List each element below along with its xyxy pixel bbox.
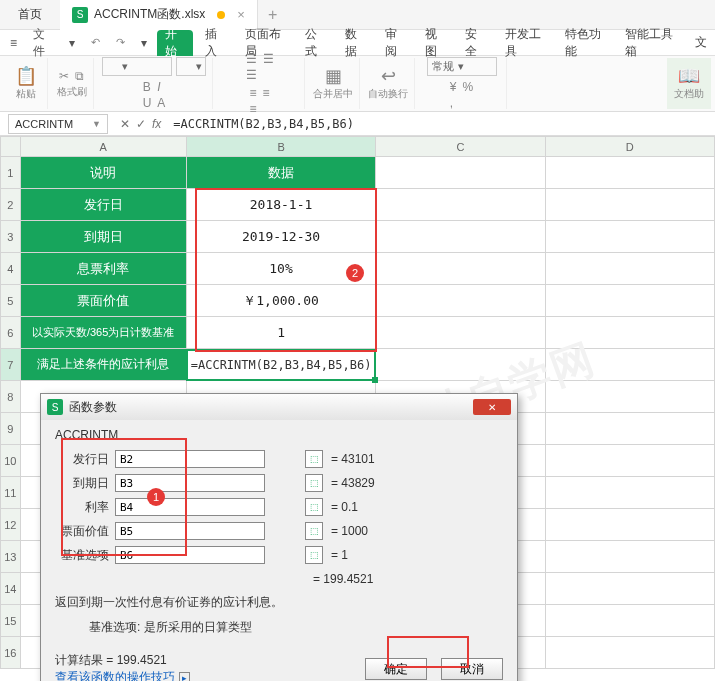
tab-current-file[interactable]: S ACCRINTM函数.xlsx × bbox=[60, 0, 258, 30]
cell[interactable] bbox=[376, 253, 545, 285]
ribbon-tab-review[interactable]: 审阅 bbox=[377, 30, 413, 56]
ribbon-tab-dev[interactable]: 开发工具 bbox=[497, 30, 553, 56]
row-header[interactable]: 10 bbox=[1, 445, 21, 477]
cell[interactable] bbox=[545, 157, 714, 189]
ribbon-tab-insert[interactable]: 插入 bbox=[197, 30, 233, 56]
arg-input-maturity[interactable] bbox=[115, 474, 265, 492]
qat-caret-icon[interactable]: ▾ bbox=[135, 36, 153, 50]
undo-button[interactable]: ↶ bbox=[85, 36, 106, 49]
paste-group[interactable]: 📋粘贴 bbox=[4, 58, 48, 109]
active-cell[interactable]: =ACCRINTM(B2,B3,B4,B5,B6) bbox=[186, 349, 376, 381]
col-header-B[interactable]: B bbox=[186, 137, 376, 157]
range-picker-button[interactable]: ⬚ bbox=[305, 546, 323, 564]
align-center-icon[interactable]: ≡ bbox=[263, 86, 270, 100]
cell[interactable]: 说明 bbox=[20, 157, 186, 189]
cell[interactable] bbox=[545, 381, 714, 413]
align-left-icon[interactable]: ≡ bbox=[249, 86, 256, 100]
row-header[interactable]: 3 bbox=[1, 221, 21, 253]
row-header[interactable]: 2 bbox=[1, 189, 21, 221]
accept-formula-button[interactable]: ✓ bbox=[136, 117, 146, 131]
format-painter-button[interactable]: 格式刷 bbox=[57, 85, 87, 99]
row-header[interactable]: 13 bbox=[1, 541, 21, 573]
select-all-corner[interactable] bbox=[1, 137, 21, 157]
ribbon-tab-security[interactable]: 安全 bbox=[457, 30, 493, 56]
cell[interactable] bbox=[545, 221, 714, 253]
help-link[interactable]: 查看该函数的操作技巧▸ bbox=[55, 669, 190, 681]
arg-input-issue[interactable] bbox=[115, 450, 265, 468]
underline-button[interactable]: U bbox=[143, 96, 152, 110]
cell[interactable]: 以实际天数/365为日计数基准 bbox=[20, 317, 186, 349]
cell[interactable] bbox=[376, 189, 545, 221]
cell[interactable]: 票面价值 bbox=[20, 285, 186, 317]
cell[interactable] bbox=[545, 573, 714, 605]
number-format-select[interactable]: 常规▾ bbox=[427, 57, 497, 76]
cell[interactable] bbox=[545, 413, 714, 445]
formula-input[interactable]: =ACCRINTM(B2,B3,B4,B5,B6) bbox=[167, 117, 715, 131]
cell[interactable] bbox=[376, 157, 545, 189]
cell[interactable]: ￥1,000.00 bbox=[186, 285, 376, 317]
row-header[interactable]: 12 bbox=[1, 509, 21, 541]
cell[interactable] bbox=[545, 541, 714, 573]
cell[interactable] bbox=[376, 317, 545, 349]
align-bottom-icon[interactable]: ☰ bbox=[246, 68, 257, 82]
ribbon-tab-formula[interactable]: 公式 bbox=[297, 30, 333, 56]
ribbon-tab-overflow[interactable]: 文 bbox=[687, 30, 715, 56]
cell[interactable] bbox=[545, 605, 714, 637]
cell[interactable] bbox=[545, 253, 714, 285]
menu-icon[interactable]: ≡ bbox=[4, 36, 23, 50]
font-color-button[interactable]: A bbox=[157, 96, 165, 110]
cell[interactable] bbox=[376, 349, 545, 381]
ribbon-tab-view[interactable]: 视图 bbox=[417, 30, 453, 56]
cell[interactable] bbox=[545, 317, 714, 349]
row-header[interactable]: 5 bbox=[1, 285, 21, 317]
align-top-icon[interactable]: ☰ bbox=[246, 52, 257, 66]
font-size-select[interactable]: ▾ bbox=[176, 57, 206, 76]
arg-input-par[interactable] bbox=[115, 522, 265, 540]
cell[interactable]: 满足上述条件的应计利息 bbox=[20, 349, 186, 381]
cell[interactable]: 2018-1-1 bbox=[186, 189, 376, 221]
cell[interactable]: 1 bbox=[186, 317, 376, 349]
col-header-D[interactable]: D bbox=[545, 137, 714, 157]
cell[interactable] bbox=[545, 445, 714, 477]
row-header[interactable]: 8 bbox=[1, 381, 21, 413]
col-header-A[interactable]: A bbox=[20, 137, 186, 157]
range-picker-button[interactable]: ⬚ bbox=[305, 450, 323, 468]
file-menu-caret-icon[interactable]: ▾ bbox=[63, 36, 81, 50]
cell[interactable] bbox=[376, 285, 545, 317]
range-picker-button[interactable]: ⬚ bbox=[305, 522, 323, 540]
currency-icon[interactable]: ¥ bbox=[450, 80, 457, 94]
ribbon-tab-start[interactable]: 开始 bbox=[157, 30, 193, 56]
cell[interactable] bbox=[545, 637, 714, 669]
range-picker-button[interactable]: ⬚ bbox=[305, 474, 323, 492]
cell[interactable]: 2019-12-30 bbox=[186, 221, 376, 253]
ribbon-tab-data[interactable]: 数据 bbox=[337, 30, 373, 56]
row-header[interactable]: 14 bbox=[1, 573, 21, 605]
cell[interactable]: 10% bbox=[186, 253, 376, 285]
fill-handle[interactable] bbox=[372, 377, 378, 383]
copy-icon[interactable]: ⧉ bbox=[75, 69, 84, 83]
ribbon-tab-smarttools[interactable]: 智能工具箱 bbox=[617, 30, 683, 56]
cell[interactable]: 数据 bbox=[186, 157, 376, 189]
cancel-button[interactable]: 取消 bbox=[441, 658, 503, 680]
range-picker-button[interactable]: ⬚ bbox=[305, 498, 323, 516]
redo-button[interactable]: ↷ bbox=[110, 36, 131, 49]
name-box[interactable]: ACCRINTM▼ bbox=[8, 114, 108, 134]
col-header-C[interactable]: C bbox=[376, 137, 545, 157]
cell[interactable] bbox=[376, 221, 545, 253]
row-header[interactable]: 11 bbox=[1, 477, 21, 509]
bold-button[interactable]: B bbox=[143, 80, 152, 94]
cell[interactable] bbox=[545, 477, 714, 509]
dialog-titlebar[interactable]: S 函数参数 ✕ bbox=[41, 394, 517, 420]
align-mid-icon[interactable]: ☰ bbox=[263, 52, 274, 66]
comma-icon[interactable]: , bbox=[450, 96, 457, 110]
merge-group[interactable]: ▦合并居中 bbox=[307, 58, 360, 109]
cell[interactable] bbox=[545, 285, 714, 317]
file-menu[interactable]: 文件 bbox=[27, 26, 59, 60]
italic-button[interactable]: I bbox=[157, 80, 165, 94]
cancel-formula-button[interactable]: ✕ bbox=[120, 117, 130, 131]
row-header[interactable]: 7 bbox=[1, 349, 21, 381]
dialog-close-button[interactable]: ✕ bbox=[473, 399, 511, 415]
row-header[interactable]: 6 bbox=[1, 317, 21, 349]
cell[interactable]: 到期日 bbox=[20, 221, 186, 253]
row-header[interactable]: 16 bbox=[1, 637, 21, 669]
